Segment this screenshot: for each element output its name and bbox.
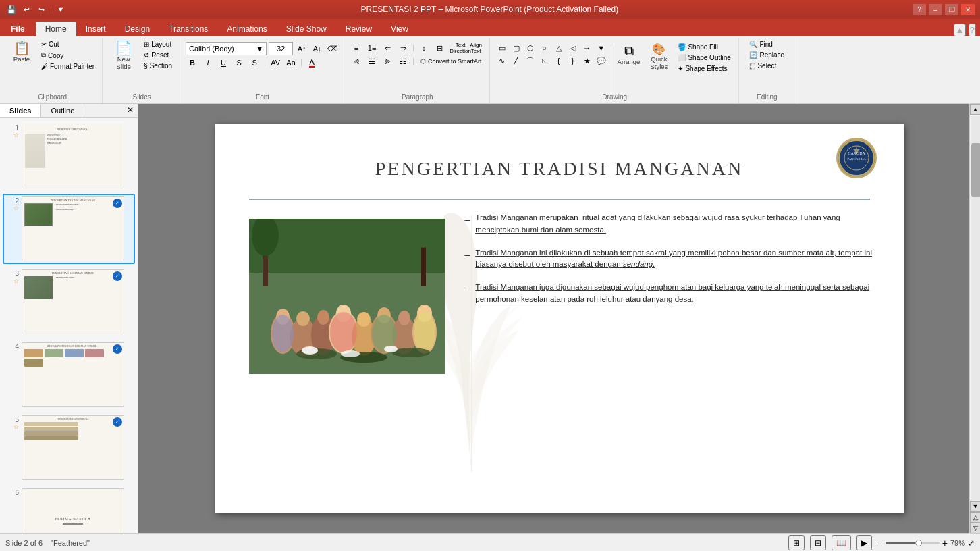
shape-bracket-button[interactable]: { [552, 55, 566, 67]
tab-slide-show[interactable]: Slide Show [277, 22, 336, 36]
tab-view[interactable]: View [381, 22, 418, 36]
format-painter-button[interactable]: 🖌 Format Painter [38, 61, 98, 72]
quick-styles-button[interactable]: 🎨 QuickStyles [645, 42, 673, 72]
line-spacing-button[interactable]: ↕ [417, 42, 431, 54]
reading-view-button[interactable]: 📖 [832, 535, 851, 550]
panel-tab-slides[interactable]: Slides [0, 104, 41, 117]
char-spacing-button[interactable]: AV [269, 57, 282, 69]
zoom-handle[interactable] [915, 540, 922, 546]
shape-outline-button[interactable]: ⬜ Shape Outline [674, 53, 734, 63]
scroll-thumb[interactable] [971, 143, 980, 197]
shape-connector-button[interactable]: ⊾ [538, 55, 551, 67]
scroll-prev-slide-button[interactable]: △ [970, 512, 980, 523]
slide-thumb-4[interactable]: 4 ✓ BENTUK PERTUNJUKAN KESENIAN SINDUR..… [3, 340, 135, 410]
shape-brace-button[interactable]: } [566, 55, 580, 67]
save-button[interactable]: 💾 [5, 3, 18, 16]
numbering-button[interactable]: 1≡ [365, 42, 379, 54]
shape-more-button[interactable]: ▼ [595, 42, 608, 54]
tab-design[interactable]: Design [115, 22, 159, 36]
shape-star-button[interactable]: ★ [580, 55, 594, 67]
window-controls[interactable]: ? – ❐ ✕ [913, 4, 975, 15]
scroll-down-button[interactable]: ▼ [970, 501, 980, 512]
font-color-button[interactable]: A [305, 57, 319, 69]
slide-show-button[interactable]: ▶ [856, 535, 872, 550]
slide-thumb-5[interactable]: 5 ☆ ✓ FUNGSI KESENIAN SINDUR... [3, 413, 135, 483]
shape-triangle-button[interactable]: △ [552, 42, 566, 54]
bullets-button[interactable]: ≡ [350, 42, 363, 54]
decrease-indent-button[interactable]: ⇐ [381, 42, 394, 54]
shape-rect-button[interactable]: ▭ [495, 42, 509, 54]
tab-transitions[interactable]: Transitions [159, 22, 217, 36]
zoom-slider[interactable] [886, 542, 940, 544]
justify-button[interactable]: ☷ [396, 55, 410, 68]
minimize-button[interactable]: – [929, 4, 942, 15]
maximize-button[interactable]: ❐ [945, 4, 958, 15]
replace-button[interactable]: 🔄 Replace [746, 50, 788, 60]
tab-animations[interactable]: Animations [217, 22, 276, 36]
shape-fill-button[interactable]: 🪣 Shape Fill [674, 42, 734, 52]
text-direction-button[interactable]: Text Direction [454, 42, 467, 54]
find-button[interactable]: 🔍 Find [746, 39, 788, 49]
columns-button[interactable]: ⊟ [433, 42, 446, 54]
slide-sorter-button[interactable]: ⊟ [810, 535, 826, 550]
tab-file[interactable]: File [0, 22, 36, 36]
arrange-button[interactable]: ⧉ Arrange [614, 42, 644, 68]
clear-formatting-button[interactable]: ⌫ [326, 43, 339, 55]
cut-button[interactable]: ✂ Cut [38, 39, 98, 49]
paste-button[interactable]: 📋 Paste [7, 39, 36, 65]
change-case-button[interactable]: Aa [284, 57, 298, 69]
zoom-in-button[interactable]: + [942, 537, 948, 548]
copy-button[interactable]: ⧉ Copy [38, 50, 98, 61]
new-slide-button[interactable]: 📄 NewSlide [108, 39, 139, 72]
tab-review[interactable]: Review [336, 22, 381, 36]
align-right-button[interactable]: ⫸ [381, 55, 394, 68]
tab-home[interactable]: Home [36, 22, 76, 36]
slide-thumb-3[interactable]: 3 ☆ ✓ PENGERTIAN KESENIAN SINDUR – Kesen… [3, 267, 135, 337]
scroll-next-slide-button[interactable]: ▽ [970, 523, 980, 533]
shape-snip-button[interactable]: ⬡ [524, 42, 537, 54]
tab-insert[interactable]: Insert [76, 22, 115, 36]
shape-arrow-button[interactable]: → [580, 42, 594, 54]
layout-button[interactable]: ⊞ Layout [140, 39, 175, 49]
panel-tab-outline[interactable]: Outline [41, 104, 84, 117]
font-name-selector[interactable]: Calibri (Body) ▼ [186, 42, 267, 55]
increase-indent-button[interactable]: ⇒ [396, 42, 410, 54]
font-size-decrease-button[interactable]: A↓ [310, 43, 324, 55]
font-size-box[interactable]: 32 [269, 42, 293, 55]
shape-curve-button[interactable]: ∿ [495, 55, 509, 67]
align-left-button[interactable]: ⫷ [350, 55, 363, 68]
shape-freeform-button[interactable]: ⌒ [524, 55, 537, 67]
center-button[interactable]: ☰ [365, 55, 379, 68]
undo-button[interactable]: ↩ [20, 3, 32, 16]
scroll-up-button[interactable]: ▲ [970, 104, 980, 115]
shape-callout-button[interactable]: 💬 [595, 55, 608, 67]
shape-line-button[interactable]: ╱ [510, 55, 523, 67]
bold-button[interactable]: B [186, 57, 199, 69]
customize-qa-button[interactable]: ▼ [55, 3, 67, 16]
redo-button[interactable]: ↪ [35, 3, 47, 16]
section-button[interactable]: § Section [140, 61, 175, 71]
ribbon-collapse-button[interactable]: ▲ [954, 24, 965, 36]
slide-thumb-1[interactable]: 1 ☆ PRESENTASI KEBUDAYAAN... PRESENTASI … [3, 121, 135, 191]
slide-thumb-2[interactable]: 2 ☆ ✓ PENGERTIAN TRADISI MANGANAN – Trad… [3, 194, 135, 264]
shape-rtriangle-button[interactable]: ◁ [566, 42, 580, 54]
quick-access-toolbar[interactable]: 💾 ↩ ↪ | ▼ [5, 3, 67, 16]
shape-effects-button[interactable]: ✦ Shape Effects [674, 63, 734, 74]
shape-rounded-rect-button[interactable]: ▢ [510, 42, 523, 54]
fit-window-button[interactable]: ⤢ [968, 538, 975, 548]
italic-button[interactable]: I [201, 57, 215, 69]
align-text-button[interactable]: Align Text [469, 42, 483, 54]
normal-view-button[interactable]: ⊞ [788, 535, 805, 550]
close-button[interactable]: ✕ [961, 4, 975, 15]
zoom-out-button[interactable]: – [877, 537, 883, 548]
font-size-increase-button[interactable]: A↑ [295, 43, 308, 55]
panel-close-button[interactable]: ✕ [123, 104, 138, 117]
convert-smartart-button[interactable]: ⬡ Convert to SmartArt [417, 57, 485, 66]
help-ribbon-button[interactable]: ? [969, 24, 976, 36]
select-button[interactable]: ⬚ Select [746, 61, 788, 71]
shape-oval-button[interactable]: ○ [538, 42, 551, 54]
underline-button[interactable]: U [217, 57, 230, 69]
reset-button[interactable]: ↺ Reset [140, 50, 175, 60]
text-shadow-button[interactable]: S [248, 57, 261, 69]
strikethrough-button[interactable]: S [232, 57, 246, 69]
